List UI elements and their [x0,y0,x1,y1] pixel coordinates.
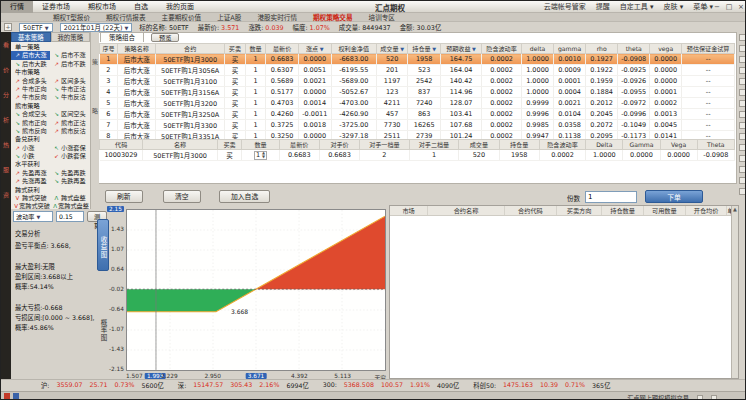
add-watchlist-button[interactable]: 加入自选 [219,190,270,203]
grid-icon[interactable] [739,56,746,63]
strategy-item[interactable]: ↘先跌再盈 [50,177,89,185]
column-header[interactable]: 数量 [242,140,279,150]
titlebar-tab[interactable]: 证券市场 [33,1,79,13]
strategy-item[interactable]: ↗后市大涨 [11,51,50,59]
table-row[interactable]: 1后市大涨50ETF购1月3000买10.66830.0000-6683.005… [100,54,735,65]
clock-icon[interactable] [739,155,746,162]
subtab-item[interactable]: 培训专区 [369,12,395,22]
column-header[interactable]: theta [618,44,650,54]
titlebar-tab[interactable]: 自选 [125,1,157,13]
image-icon[interactable] [739,78,746,85]
sort-icon[interactable]: ▼ [318,46,323,52]
index-ticker-item[interactable]: 深:15147.57305.432.16%6994亿 [178,381,309,390]
preview-button[interactable]: 预览 [151,33,179,42]
positions-column-header[interactable]: 买卖方向 [557,206,602,215]
strategy-item[interactable]: ↘牛市反沽 [50,93,89,101]
sort-icon[interactable]: ▼ [399,46,404,52]
titlebar-tab[interactable]: 期权市场 [79,1,125,13]
positions-column-header[interactable]: 持仓数量 [602,206,644,215]
tab-strategy-combo[interactable]: 策略组合 [100,32,144,42]
subtab-item[interactable]: 港股实时行情 [257,12,297,22]
strategy-item[interactable]: Λ宽跨式盘整 [50,202,89,209]
column-header[interactable]: 对手价 [319,140,359,150]
strategy-item[interactable]: ↘合成空头 [11,110,50,118]
window-control-icon[interactable]: ◇ [701,1,709,13]
refresh-icon[interactable] [739,45,746,52]
column-header[interactable]: 成交量 ▼ [376,44,407,54]
rail-item[interactable]: 析 [3,115,9,124]
positions-column-header[interactable]: 开仓均价 [686,206,728,215]
strategy-item[interactable]: ↗区间多头 [50,77,89,85]
chart-icon[interactable] [739,67,746,74]
lots-input[interactable] [585,191,637,203]
strategy-item[interactable]: ↗熊市反沽 [50,127,89,135]
sidebar-tab[interactable]: 我的策略 [51,32,91,42]
strategy-item[interactable]: ↗小涨 [11,144,50,152]
column-header[interactable]: 买卖 [217,140,242,150]
titlebar-menu[interactable]: 云端帐号管家 [544,1,586,13]
window-icon[interactable] [739,133,746,140]
rail-item[interactable]: 服 [3,165,9,174]
rail-item[interactable]: 分 [3,90,9,99]
positions-column-header[interactable]: 可用数量 [644,206,686,215]
refresh-button[interactable]: 刷新 [105,190,143,203]
strategy-item[interactable]: ↘小跌 [11,152,50,160]
table-row[interactable]: 3后市大涨50ETF购1月3100买10.56890.0021-5689.001… [100,76,735,87]
column-header[interactable]: vega [650,44,682,54]
place-order-button[interactable]: 下单 [645,190,703,203]
strategy-item[interactable]: ↗合成多头 [11,77,50,85]
column-header[interactable]: Gamma [623,140,660,150]
strategy-item[interactable]: ↗先涨再盈 [11,177,50,185]
subtab-item[interactable]: 期权行情报表 [106,12,146,22]
window-control-icon[interactable]: × [737,1,745,13]
strategy-item[interactable]: ↘后市不涨 [50,51,89,59]
rail-item[interactable]: 资 [3,190,9,199]
strategy-item[interactable]: ↘熊市正向 [11,119,50,127]
titlebar-tab[interactable]: 我的页面 [157,1,203,13]
column-header[interactable]: 买卖 [225,44,246,54]
column-header[interactable]: 隐含波动率 [539,140,585,150]
table-row[interactable]: 7后市大涨50ETF购1月3300买10.37250.0018-3725.007… [100,120,735,131]
strategy-item[interactable]: ↙小跌套保 [50,152,89,160]
titlebar-menu[interactable]: 皮肤 ▾ [664,1,684,13]
column-header[interactable]: gamma [554,44,586,54]
strategy-item[interactable]: ↖小涨套保 [50,144,89,152]
rail-item[interactable]: 价 [3,65,9,74]
panel-icon[interactable] [739,111,746,118]
window-control-icon[interactable]: □ [725,1,733,13]
strategy-item[interactable]: V跨式突破 [11,194,50,202]
column-header[interactable]: delta [522,44,554,54]
clear-button[interactable]: 清空 [163,190,201,203]
positions-scrollbar[interactable]: ▲ [731,206,738,378]
subtab-item[interactable]: 上证A股 [217,12,241,22]
column-header[interactable]: 持仓量 ▼ [408,44,441,54]
column-header[interactable]: 成交量 [459,140,499,150]
sidebar-tab[interactable]: 基本策略 [11,32,51,42]
sort-icon[interactable]: ▼ [431,46,436,52]
column-header[interactable]: Theta [697,140,734,150]
column-header[interactable]: Vega [660,140,697,150]
column-header[interactable]: 最新价 [279,140,319,150]
board-icon[interactable] [739,100,746,107]
column-header[interactable]: 持仓量 [499,140,539,150]
index-ticker-item[interactable]: 沪:3559.0725.710.73%5600亿 [41,381,164,390]
sort-icon[interactable]: ▼ [471,46,476,52]
strategy-item[interactable]: ↘先盈再跌 [50,169,89,177]
column-header[interactable]: 隐含波动率 [482,44,522,54]
column-header[interactable]: rho [586,44,618,54]
column-header[interactable]: 最新价 [266,44,299,54]
column-header[interactable]: 名称 [143,140,217,150]
positions-column-header[interactable]: 市场 [390,206,428,215]
subtab-item[interactable]: 期权T型报价 [53,12,90,22]
column-header[interactable]: 合约 [156,44,225,54]
column-header[interactable]: 预期收益 ▼ [441,44,482,54]
titlebar-menu[interactable]: 提醒 [596,1,610,13]
table-row[interactable]: 5后市大涨50ETF购1月3200买10.47030.0014-4703.004… [100,98,735,109]
stepper-arrows-icon[interactable]: ▲▼ [262,151,265,159]
column-header[interactable]: 对手一档量 [360,140,410,150]
column-header[interactable]: 数量 [245,44,266,54]
strategy-item[interactable]: Λ跨式盘整 [50,194,89,202]
rail-item[interactable]: 看 [3,40,9,49]
column-header[interactable]: 预估保证金试算 [682,44,735,54]
marker-icon[interactable] [739,89,746,96]
